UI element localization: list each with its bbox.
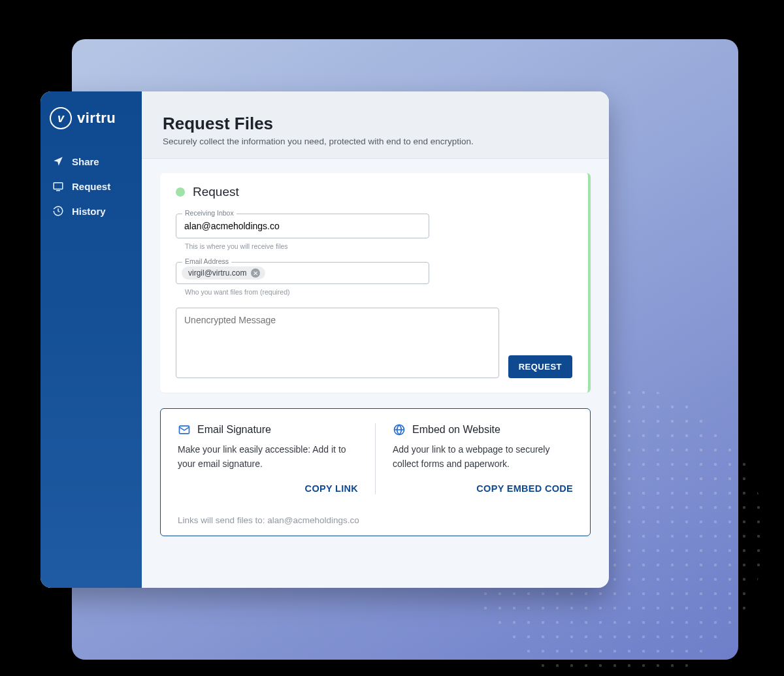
email-signature-head: Email Signature	[178, 423, 358, 436]
email-signature-col: Email Signature Make your link easily ac…	[178, 423, 375, 494]
remove-chip-icon[interactable]: ✕	[251, 268, 260, 278]
request-card: Request Receiving Inbox This is where yo…	[160, 173, 591, 393]
page-header: Request Files Securely collect the infor…	[142, 91, 609, 159]
status-dot-icon	[176, 187, 185, 197]
email-address-field: Email Address virgil@virtru.com ✕	[176, 262, 572, 284]
monitor-icon	[52, 180, 64, 192]
svg-rect-0	[54, 183, 63, 189]
embed-website-col: Embed on Website Add your link to a webp…	[375, 423, 573, 494]
page-subtitle: Securely collect the information you nee…	[163, 137, 588, 146]
copy-embed-code-button[interactable]: COPY EMBED CODE	[476, 483, 573, 494]
content-area: Request Receiving Inbox This is where yo…	[142, 159, 609, 588]
copy-link-button[interactable]: COPY LINK	[305, 483, 358, 494]
sidebar-item-label: Request	[72, 181, 110, 192]
receiving-inbox-field: Receiving Inbox	[176, 214, 572, 238]
share-columns: Email Signature Make your link easily ac…	[178, 423, 573, 494]
logo-badge-icon: v	[50, 107, 72, 129]
email-address-helper: Who you want files from (required)	[185, 288, 572, 296]
app-window: v virtru Share Request History Request F	[41, 91, 609, 588]
share-box-footer: Links will send files to: alan@acmeholdi…	[178, 506, 573, 525]
sidebar-item-history[interactable]: History	[50, 199, 133, 223]
sidebar-item-label: Share	[72, 156, 99, 167]
logo-badge-char: v	[57, 112, 64, 125]
email-chip: virgil@virtru.com ✕	[182, 266, 265, 280]
embed-website-title: Embed on Website	[412, 424, 500, 436]
receiving-inbox-helper: This is where you will receive files	[185, 242, 572, 250]
message-textarea[interactable]	[176, 308, 499, 378]
main-panel: Request Files Securely collect the infor…	[142, 91, 609, 588]
email-chip-text: virgil@virtru.com	[188, 268, 247, 278]
embed-website-desc: Add your link to a webpage to securely c…	[393, 443, 573, 471]
message-row: REQUEST	[176, 308, 572, 378]
email-address-label: Email Address	[182, 257, 231, 265]
globe-icon	[393, 423, 406, 436]
sidebar-item-request[interactable]: Request	[50, 174, 133, 199]
sidebar-item-share[interactable]: Share	[50, 149, 133, 174]
sidebar: v virtru Share Request History	[41, 91, 142, 588]
email-signature-desc: Make your link easily accessible: Add it…	[178, 443, 358, 471]
send-icon	[52, 155, 64, 167]
email-signature-title: Email Signature	[197, 424, 271, 436]
logo-text: virtru	[77, 110, 116, 127]
receiving-inbox-input[interactable]	[184, 221, 421, 231]
share-options-box: Email Signature Make your link easily ac…	[160, 408, 591, 536]
request-card-title-row: Request	[176, 185, 572, 199]
email-address-box[interactable]: virgil@virtru.com ✕	[176, 262, 429, 284]
logo: v virtru	[50, 107, 133, 129]
embed-website-head: Embed on Website	[393, 423, 573, 436]
request-button[interactable]: REQUEST	[508, 355, 572, 378]
sidebar-item-label: History	[72, 206, 106, 217]
receiving-inbox-box	[176, 214, 429, 238]
page-title: Request Files	[163, 114, 588, 134]
history-icon	[52, 205, 64, 217]
request-card-title: Request	[193, 185, 239, 199]
receiving-inbox-label: Receiving Inbox	[182, 209, 237, 217]
mail-icon	[178, 423, 191, 436]
